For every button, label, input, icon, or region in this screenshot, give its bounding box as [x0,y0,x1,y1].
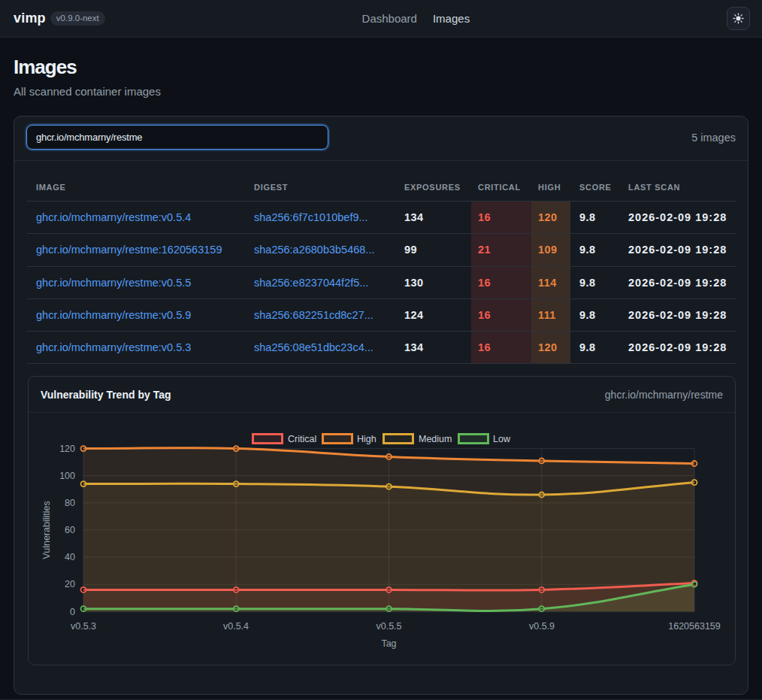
svg-text:120: 120 [59,444,75,454]
svg-text:Medium: Medium [419,434,452,444]
svg-text:Critical: Critical [288,434,316,444]
svg-text:20: 20 [65,580,75,590]
svg-text:v0.5.3: v0.5.3 [71,621,96,632]
svg-text:v0.5.9: v0.5.9 [529,621,555,632]
svg-text:60: 60 [65,526,75,536]
svg-text:80: 80 [65,498,75,508]
svg-text:v0.5.5: v0.5.5 [376,621,401,632]
svg-text:v0.5.4: v0.5.4 [223,621,249,632]
svg-text:High: High [357,434,376,444]
svg-text:40: 40 [65,553,75,563]
svg-text:Vulnerabilities: Vulnerabilities [41,502,52,559]
svg-text:100: 100 [59,471,75,481]
svg-text:Tag: Tag [381,638,396,649]
svg-text:0: 0 [70,607,75,617]
svg-text:Low: Low [493,434,511,444]
svg-text:1620563159: 1620563159 [668,621,721,632]
